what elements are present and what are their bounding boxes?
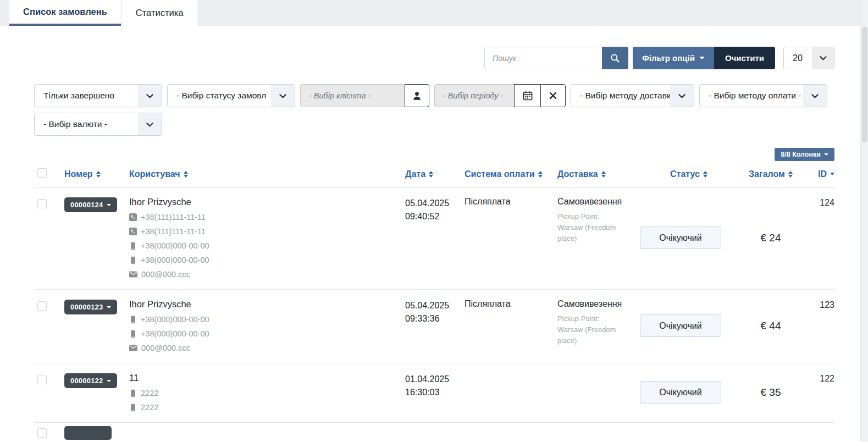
clear-filters-button[interactable]: Очистити — [714, 47, 775, 69]
completed-filter-value: Тільки завершено — [35, 91, 138, 101]
order-total: € 24 — [738, 197, 804, 279]
chevron-down-icon — [803, 85, 827, 107]
order-time: 16:30:03 — [405, 386, 465, 399]
header-user[interactable]: Користувач — [129, 169, 405, 179]
filters-panel: Тільки завершено - Вибір статусу замовл … — [34, 84, 834, 136]
delivery-method-filter-value: - Вибір методу доставк — [571, 91, 670, 101]
header-delivery[interactable]: Доставка — [557, 169, 640, 179]
header-status[interactable]: Статус — [670, 169, 707, 179]
order-status-filter-value: - Вибір статусу замовл — [168, 91, 271, 101]
delivery-note: Pickup Point: Warsaw (Freedom place) — [557, 211, 622, 244]
vertical-scrollbar[interactable] — [860, 0, 868, 442]
row-checkbox[interactable] — [37, 375, 47, 384]
order-total: € 35 — [738, 373, 804, 412]
header-total[interactable]: Загалом — [749, 169, 793, 179]
columns-toggle-row: 8/8 Колонки — [34, 148, 834, 161]
status-button[interactable]: Очікуючий — [640, 226, 721, 249]
payment-method-filter-value: - Вибір методу оплати - — [700, 91, 803, 101]
email-icon — [129, 345, 137, 351]
delivery-method-filter-select[interactable]: - Вибір методу доставк — [571, 84, 694, 107]
clear-period-button[interactable] — [540, 84, 566, 107]
order-number-button[interactable] — [64, 426, 112, 440]
table-row: 00000123 Ihor Prizvysche +38(000)000-00-… — [34, 290, 834, 363]
header-id[interactable]: ID — [818, 169, 834, 179]
phone-square-icon — [129, 228, 137, 235]
chevron-down-icon — [271, 85, 295, 107]
chevron-down-icon — [670, 85, 694, 107]
columns-toggle-button[interactable]: 8/8 Колонки — [775, 148, 834, 161]
search-input[interactable] — [484, 47, 602, 69]
close-icon — [549, 91, 557, 100]
payment-system — [465, 373, 557, 412]
scrollbar-thumb[interactable] — [862, 27, 867, 142]
sort-icon — [788, 171, 793, 178]
header-number[interactable]: Номер — [64, 169, 129, 179]
currency-filter-value: - Вибір валюти - — [35, 119, 138, 129]
toolbar: Фільтр опцій Очистити 20 — [34, 47, 834, 69]
client-filter-input[interactable]: - Вибір клієнта - — [300, 84, 405, 107]
contact-line: 2222 — [129, 403, 405, 412]
select-client-button[interactable] — [405, 84, 429, 107]
order-id: 122 — [804, 373, 834, 412]
mobile-phone-icon — [129, 242, 137, 250]
filter-options-button[interactable]: Фільтр опцій — [633, 47, 714, 69]
order-id: 124 — [804, 197, 834, 279]
page-size-select[interactable]: 20 — [783, 47, 834, 69]
order-id: 123 — [804, 299, 834, 352]
header-payment-system[interactable]: Система оплати — [465, 169, 557, 179]
payment-method-filter-select[interactable]: - Вибір методу оплати - — [699, 84, 827, 107]
payment-system: Післяплата — [465, 197, 557, 279]
row-checkbox[interactable] — [37, 199, 47, 208]
search-group — [484, 47, 628, 69]
contact-line: +38(000)000-00-00 — [129, 315, 405, 324]
page-size-value: 20 — [784, 53, 812, 63]
select-all-checkbox[interactable] — [37, 168, 47, 178]
tab-bar: Список замовлень Статистика — [0, 0, 868, 26]
order-number-button[interactable]: 00000122 — [64, 373, 117, 388]
phone-square-icon — [129, 213, 137, 221]
order-number-button[interactable]: 00000123 — [64, 300, 117, 314]
mobile-phone-icon — [129, 389, 137, 397]
sort-icon — [429, 171, 433, 178]
filter-options-label: Фільтр опцій — [642, 53, 695, 63]
contact-line: 000@000.ccc — [129, 344, 405, 352]
currency-filter-select[interactable]: - Вибір валюти - — [34, 113, 162, 136]
mobile-phone-icon — [129, 404, 137, 412]
email-icon — [129, 271, 137, 278]
period-filter-input[interactable]: - Вибір періоду - — [434, 84, 515, 107]
contact-line: +38(111)111-11-11 — [129, 213, 405, 222]
calendar-icon — [523, 91, 533, 101]
status-button[interactable]: Очікуючий — [640, 314, 721, 337]
header-date[interactable]: Дата — [405, 169, 465, 179]
columns-toggle-label: 8/8 Колонки — [781, 151, 821, 158]
order-status-filter-select[interactable]: - Вибір статусу замовл — [167, 84, 295, 107]
table-row-partial — [34, 423, 834, 440]
delivery-method: Самовивезення — [557, 299, 640, 309]
completed-filter-select[interactable]: Тільки завершено — [34, 84, 162, 107]
caret-down-icon — [107, 204, 111, 206]
chevron-down-icon — [812, 47, 834, 69]
contact-line: 2222 — [129, 389, 405, 397]
payment-system: Післяплата — [465, 299, 557, 352]
calendar-icon-button[interactable] — [514, 84, 541, 107]
order-date: 05.04.2025 — [405, 299, 465, 312]
contact-line: 000@000.ccc — [129, 270, 405, 279]
sort-icon — [703, 171, 707, 178]
tab-statistics[interactable]: Статистика — [122, 0, 197, 26]
sort-icon — [184, 171, 188, 178]
table-header-row: Номер Користувач Дата Система оплати Дос… — [34, 168, 834, 187]
sort-icon — [96, 171, 101, 178]
row-checkbox[interactable] — [37, 301, 47, 311]
search-icon — [610, 53, 620, 63]
search-button[interactable] — [602, 47, 628, 69]
mobile-phone-icon — [129, 330, 137, 338]
row-checkbox[interactable] — [37, 428, 47, 438]
table-row: 00000122 11 2222 2222 01.04.2025 16:30:0… — [34, 363, 834, 423]
orders-table: Номер Користувач Дата Система оплати Дос… — [34, 168, 834, 440]
status-button[interactable]: Очікуючий — [640, 381, 721, 404]
order-date: 05.04.2025 — [405, 197, 465, 210]
tab-orders-list[interactable]: Список замовлень — [9, 0, 121, 26]
contact-line: +38(111)111-11-11 — [129, 227, 405, 236]
order-total: € 44 — [738, 299, 804, 352]
order-number-button[interactable]: 00000124 — [64, 197, 117, 212]
